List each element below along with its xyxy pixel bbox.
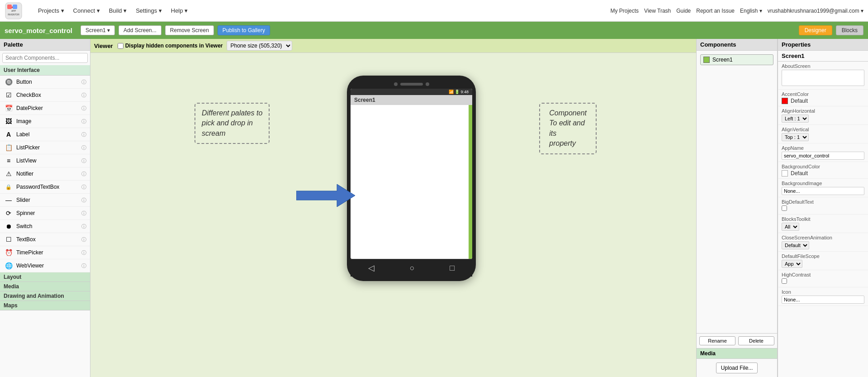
- blocks-button[interactable]: Blocks: [836, 25, 863, 35]
- prop-row-backgroundcolor: BackgroundColor Default: [778, 162, 868, 179]
- palette-item-passwordtextbox[interactable]: 🔒 PasswordTextBox ⓘ: [0, 181, 90, 194]
- webviewer-label: WebViewer: [16, 262, 81, 269]
- maps-category[interactable]: Maps: [0, 301, 90, 310]
- listpicker-label: ListPicker: [16, 144, 81, 151]
- upload-area: Upload File...: [697, 359, 777, 377]
- prop-label-icon: Icon: [782, 289, 864, 295]
- media-category[interactable]: Media: [0, 282, 90, 291]
- prop-accent-swatch[interactable]: [782, 98, 788, 104]
- prop-row-backgroundimage: BackgroundImage: [778, 179, 868, 197]
- guide-link[interactable]: Guide: [676, 8, 691, 14]
- palette-item-label[interactable]: A Label ⓘ: [0, 128, 90, 141]
- prop-input-icon[interactable]: [782, 296, 864, 304]
- right-annotation-text: ComponentTo edit anditsproperty: [549, 108, 587, 149]
- phone-size-select[interactable]: Phone size (505,320): [227, 41, 292, 51]
- palette-item-webviewer[interactable]: 🌐 WebViewer ⓘ: [0, 259, 90, 272]
- publish-gallery-button[interactable]: Publish to Gallery: [218, 25, 270, 35]
- prop-select-alignhorizontal[interactable]: Left : 1: [782, 115, 809, 123]
- palette-item-listpicker[interactable]: 📋 ListPicker ⓘ: [0, 141, 90, 154]
- report-issue-link[interactable]: Report an Issue: [696, 8, 735, 14]
- switch-info: ⓘ: [81, 223, 86, 230]
- nav-projects[interactable]: Projects ▾: [34, 5, 68, 16]
- palette-item-notifier[interactable]: ⚠ Notifier ⓘ: [0, 167, 90, 181]
- prop-select-blockstoolkit[interactable]: All: [782, 223, 799, 231]
- prop-checkbox-highcontrast[interactable]: [782, 278, 787, 284]
- search-components-input[interactable]: [2, 53, 88, 63]
- properties-panel: Properties Screen1 AboutScreen AccentCol…: [778, 39, 868, 377]
- prop-label-bigdefaulttext: BigDefaultText: [782, 199, 864, 205]
- display-hidden-label[interactable]: Display hidden components in Viewer: [118, 43, 223, 49]
- phone-time: 9:48: [460, 90, 469, 94]
- webviewer-icon: 🌐: [4, 261, 14, 271]
- image-icon: 🖼: [4, 116, 14, 126]
- user-interface-category[interactable]: User Interface: [0, 65, 90, 76]
- textbox-info: ⓘ: [81, 236, 86, 243]
- language-select[interactable]: English ▾: [740, 8, 762, 14]
- timepicker-label: TimePicker: [16, 249, 81, 256]
- phone-bottom-bar: ◁ ○ □: [351, 259, 472, 277]
- palette-item-image[interactable]: 🖼 Image ⓘ: [0, 115, 90, 128]
- button-info: ⓘ: [81, 79, 86, 86]
- palette-item-datepicker[interactable]: 📅 DatePicker ⓘ: [0, 102, 90, 115]
- prop-bg-swatch[interactable]: [782, 170, 788, 177]
- prop-checkbox-bigdefaulttext[interactable]: [782, 205, 787, 211]
- phone-mockup: 📶 🔋 9:48 Screen1 ◁ ○: [347, 76, 476, 281]
- prop-label-alignhorizontal: AlignHorizontal: [782, 108, 864, 114]
- screen-selector[interactable]: Screen1 ▾: [81, 25, 115, 35]
- prop-input-appname[interactable]: [782, 152, 864, 160]
- palette-item-timepicker[interactable]: ⏰ TimePicker ⓘ: [0, 246, 90, 259]
- nav-settings[interactable]: Settings ▾: [132, 5, 166, 16]
- app-inventor-logo: MIT APP INVENTOR: [5, 2, 23, 20]
- nav-help[interactable]: Help ▾: [167, 5, 191, 16]
- spinner-label: Spinner: [16, 210, 81, 216]
- prop-input-aboutscreen[interactable]: [782, 70, 864, 86]
- spinner-icon: ⟳: [4, 208, 14, 218]
- rename-button[interactable]: Rename: [699, 336, 735, 345]
- palette-item-spinner[interactable]: ⟳ Spinner ⓘ: [0, 207, 90, 220]
- nav-build[interactable]: Build ▾: [105, 5, 131, 16]
- remove-screen-button[interactable]: Remove Screen: [165, 25, 214, 35]
- textbox-label: TextBox: [16, 236, 81, 243]
- prop-label-aboutscreen: AboutScreen: [782, 63, 864, 69]
- back-button: ◁: [368, 263, 375, 273]
- svg-marker-6: [296, 184, 355, 207]
- checkbox-icon: ☑: [4, 90, 14, 100]
- screen1-component[interactable]: Screen1: [700, 54, 773, 65]
- view-trash-link[interactable]: View Trash: [644, 8, 671, 14]
- add-screen-button[interactable]: Add Screen...: [119, 25, 161, 35]
- layout-category[interactable]: Layout: [0, 272, 90, 282]
- prop-row-appname: AppName: [778, 143, 868, 162]
- screen1-component-label: Screen1: [712, 57, 733, 63]
- palette-item-textbox[interactable]: ☐ TextBox ⓘ: [0, 233, 90, 246]
- palette-item-checkbox[interactable]: ☑ CheckBox ⓘ: [0, 89, 90, 102]
- image-label: Image: [16, 118, 81, 124]
- prop-label-closescreenanimation: CloseScreenAnimation: [782, 235, 864, 240]
- timepicker-icon: ⏰: [4, 248, 14, 258]
- palette-header: Palette: [0, 39, 90, 51]
- notifier-icon: ⚠: [4, 169, 14, 179]
- nav-connect[interactable]: Connect ▾: [70, 5, 104, 16]
- palette-item-listview[interactable]: ≡ ListView ⓘ: [0, 154, 90, 167]
- home-button: ○: [410, 263, 415, 273]
- timepicker-info: ⓘ: [81, 249, 86, 256]
- upload-file-button[interactable]: Upload File...: [716, 363, 758, 373]
- phone-camera-2: [426, 82, 429, 86]
- nav-right: My Projects View Trash Guide Report an I…: [610, 8, 863, 14]
- prop-accent-value: Default: [791, 98, 808, 104]
- checkbox-info: ⓘ: [81, 92, 86, 99]
- my-projects-link[interactable]: My Projects: [610, 8, 639, 14]
- prop-select-closescreenanimation[interactable]: Default: [782, 241, 809, 249]
- drawing-animation-category[interactable]: Drawing and Animation: [0, 291, 90, 301]
- palette-item-slider[interactable]: — Slider ⓘ: [0, 194, 90, 207]
- palette-item-button[interactable]: 🔘 Button ⓘ: [0, 76, 90, 89]
- prop-select-alignvertical[interactable]: Top : 1: [782, 133, 809, 141]
- palette-item-switch[interactable]: ⏺ Switch ⓘ: [0, 220, 90, 233]
- prop-select-defaultfilescope[interactable]: App: [782, 260, 802, 268]
- display-hidden-checkbox[interactable]: [118, 43, 123, 49]
- viewer-options: Display hidden components in Viewer Phon…: [118, 41, 292, 51]
- label-info: ⓘ: [81, 131, 86, 138]
- designer-button[interactable]: Designer: [799, 25, 832, 35]
- delete-button[interactable]: Delete: [738, 336, 774, 345]
- user-email[interactable]: vrushabhkrushnarao1999@gmail.com ▾: [768, 8, 863, 14]
- prop-input-backgroundimage[interactable]: [782, 187, 864, 195]
